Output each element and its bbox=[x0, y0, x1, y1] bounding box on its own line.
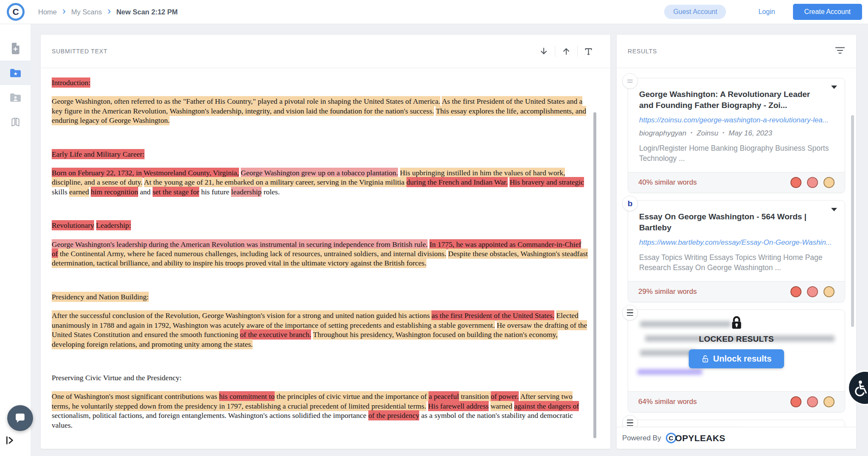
results-scrollbar-thumb[interactable] bbox=[851, 115, 854, 327]
heading-segment: Revolutionary bbox=[52, 220, 94, 230]
similarity-label: 29% similar words bbox=[638, 287, 697, 296]
top-header: C Home › My Scans › New Scan 2:12 PM Gue… bbox=[0, 0, 868, 24]
text-segment: the Continental Army, where he faced num… bbox=[58, 249, 446, 259]
text-segment: of the executive branch. bbox=[240, 329, 311, 340]
text-segment: the principles of civic virtue and the i… bbox=[275, 391, 428, 401]
match-type-dot-peach bbox=[823, 286, 835, 297]
submitted-text-content: Introduction:George Washington, often re… bbox=[41, 69, 610, 449]
chevron-right-icon: › bbox=[107, 6, 111, 16]
create-account-button[interactable]: Create Account bbox=[793, 4, 862, 20]
copyleaks-brand-logo: C OPYLEAKS bbox=[666, 433, 726, 443]
result-card[interactable]: bEssay On George Washington - 564 Words … bbox=[628, 200, 845, 302]
section-paragraph: George Washington's leadership during th… bbox=[52, 240, 588, 268]
text-segment: and bbox=[138, 187, 153, 197]
text-segment: Born on February 22, 1732, in Westmorela… bbox=[52, 168, 239, 178]
breadcrumb: Home › My Scans › New Scan 2:12 PM bbox=[38, 7, 178, 17]
download-icon[interactable] bbox=[533, 47, 555, 56]
text-segment: against the dangers of bbox=[514, 401, 579, 411]
text-toolbar bbox=[533, 46, 599, 57]
chevron-down-icon[interactable] bbox=[831, 208, 837, 211]
sidebar-item-shared-scans[interactable] bbox=[0, 85, 31, 110]
text-format-icon[interactable] bbox=[578, 47, 599, 56]
result-description: Login/Register Home Banking Biography Bu… bbox=[639, 143, 834, 163]
section-heading: Introduction: bbox=[52, 78, 588, 87]
text-segment: One of Washington's most significant con… bbox=[52, 391, 219, 401]
section-paragraph: Born on February 22, 1732, in Westmorela… bbox=[52, 168, 588, 196]
result-card-footer: 29% similar words bbox=[628, 281, 845, 302]
results-panel: RESULTS George Washington: A Revolutiona… bbox=[617, 35, 856, 449]
text-segment: George Washington's leadership during th… bbox=[52, 239, 428, 249]
text-segment: his commitment to bbox=[219, 391, 275, 401]
left-sidebar: ★ bbox=[0, 24, 31, 456]
similarity-label: 40% similar words bbox=[638, 178, 697, 187]
unlock-results-button[interactable]: Unlock results bbox=[689, 349, 785, 368]
guest-account-badge: Guest Account bbox=[664, 5, 726, 19]
breadcrumb-current: New Scan 2:12 PM bbox=[116, 8, 178, 16]
text-segment: as the first President of the United Sta… bbox=[431, 310, 554, 321]
submitted-text-header: SUBMITTED TEXT bbox=[41, 35, 610, 68]
text-segment: sectionalism, political factions, and fo… bbox=[52, 410, 368, 420]
result-meta: biographygyan•Zoinsu•May 16, 2023 bbox=[639, 129, 834, 138]
header-actions: Guest Account Login Create Account bbox=[664, 4, 862, 20]
text-segment: his future bbox=[199, 187, 231, 197]
results-list: George Washington: A Revolutionary Leade… bbox=[617, 68, 856, 427]
locked-source-favicon-icon bbox=[622, 305, 638, 321]
copyleaks-brand-text: OPYLEAKS bbox=[675, 433, 726, 443]
result-card-footer: 64% similar words bbox=[628, 391, 845, 412]
expand-panel-icon bbox=[6, 436, 15, 445]
match-type-dot-red bbox=[790, 177, 801, 188]
breadcrumb-home[interactable]: Home bbox=[38, 8, 57, 16]
result-title: Essay On George Washington - 564 Words |… bbox=[639, 211, 834, 233]
result-url-link[interactable]: https://zoinsu.com/george-washington-a-r… bbox=[639, 116, 834, 124]
text-segment: roles. bbox=[262, 187, 280, 197]
result-url-link[interactable]: https://www.bartleby.com/essay/Essay-On-… bbox=[639, 238, 834, 247]
result-description: Essay Topics Writing Essays Topics Writi… bbox=[639, 252, 834, 273]
breadcrumb-my-scans[interactable]: My Scans bbox=[71, 8, 102, 16]
text-segment: during the French and Indian War. bbox=[406, 177, 508, 187]
text-segment: George Washington grew up on a tobacco p… bbox=[241, 168, 398, 178]
text-segment: His bravery and strategic bbox=[509, 177, 584, 187]
match-type-dot-pink bbox=[807, 286, 818, 297]
chat-bubble-icon bbox=[14, 412, 27, 424]
match-type-dot-peach bbox=[823, 396, 835, 407]
text-segment bbox=[398, 168, 400, 178]
results-header: RESULTS bbox=[617, 35, 856, 68]
result-title: George Washington: A Revolutionary Leade… bbox=[639, 89, 834, 111]
section-heading: Preserving Civic Virtue and the Presiden… bbox=[52, 373, 588, 382]
zoinsu-favicon-icon bbox=[622, 73, 638, 89]
upload-icon[interactable] bbox=[555, 47, 577, 56]
match-type-dot-red bbox=[790, 396, 801, 407]
login-link[interactable]: Login bbox=[758, 8, 775, 16]
text-segment: George Washington, often referred to as … bbox=[52, 96, 440, 106]
text-segment: skills bbox=[52, 187, 69, 197]
result-card[interactable]: George Washington: A Revolutionary Leade… bbox=[628, 78, 845, 193]
text-segment: of power. bbox=[491, 391, 519, 401]
filter-icon[interactable] bbox=[835, 46, 845, 56]
similarity-label: 64% similar words bbox=[638, 398, 697, 406]
section-paragraph: After the successful conclusion of the R… bbox=[52, 311, 588, 349]
svg-text:★: ★ bbox=[13, 71, 17, 76]
text-segment: transition bbox=[459, 391, 491, 401]
text-segment: warned bbox=[490, 401, 512, 411]
chat-widget-button[interactable] bbox=[7, 405, 33, 431]
text-segment: earned bbox=[69, 187, 89, 197]
expand-panel-button[interactable] bbox=[6, 436, 15, 447]
sidebar-item-new-scan[interactable] bbox=[0, 36, 31, 61]
accessibility-icon bbox=[851, 379, 868, 396]
result-card[interactable] bbox=[628, 420, 845, 427]
heading-segment: Leadership: bbox=[96, 220, 131, 230]
match-type-dot-peach bbox=[823, 177, 835, 188]
submitted-text-panel: SUBMITTED TEXT Introduction:George Washi… bbox=[41, 35, 610, 449]
result-card[interactable]: LOCKED RESULTSUnlock results64% similar … bbox=[628, 310, 845, 412]
locked-overlay: LOCKED RESULTSUnlock results bbox=[628, 310, 845, 391]
text-segment: leadership bbox=[231, 187, 262, 197]
section-paragraph: One of Washington's most significant con… bbox=[52, 392, 588, 430]
copyleaks-logo-icon[interactable]: C bbox=[7, 3, 25, 21]
sidebar-item-my-scans[interactable]: ★ bbox=[0, 61, 31, 85]
sidebar-item-compare[interactable] bbox=[0, 110, 31, 134]
result-card-footer: 40% similar words bbox=[628, 172, 845, 193]
chevron-down-icon[interactable] bbox=[831, 86, 837, 89]
results-title: RESULTS bbox=[628, 48, 657, 55]
text-scrollbar-thumb[interactable] bbox=[593, 112, 596, 438]
match-type-dot-pink bbox=[807, 177, 818, 188]
